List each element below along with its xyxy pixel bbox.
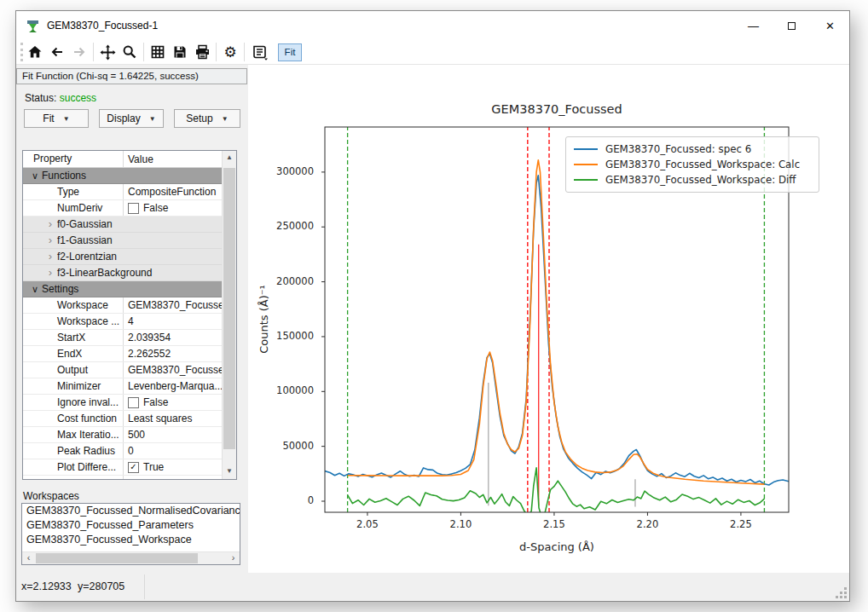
- forward-button[interactable]: [68, 42, 90, 62]
- save-icon: [172, 44, 188, 60]
- maximize-button[interactable]: [773, 11, 811, 40]
- status-label: Status:: [25, 92, 56, 104]
- property-value[interactable]: 4: [123, 314, 222, 329]
- printer-icon: [194, 44, 211, 60]
- customize-button[interactable]: ⚙: [219, 42, 241, 62]
- property-name: f2-Lorentzian: [23, 249, 222, 264]
- workspace-list-item[interactable]: GEM38370_Focussed_Workspace: [22, 533, 240, 547]
- checkbox-checked-icon[interactable]: ✓: [128, 462, 139, 473]
- scroll-left-icon[interactable]: ‹: [22, 552, 35, 564]
- property-row[interactable]: NumDerivFalse: [23, 200, 222, 217]
- property-value[interactable]: CompositeFunction: [123, 184, 222, 199]
- back-button[interactable]: [46, 42, 68, 62]
- save-button[interactable]: [169, 42, 191, 62]
- property-row[interactable]: Max Iteratio...500: [23, 427, 222, 443]
- property-name: StartX: [23, 330, 123, 345]
- scroll-right-icon[interactable]: ›: [227, 552, 240, 564]
- scrollbar-thumb[interactable]: [223, 168, 235, 449]
- pan-button[interactable]: [96, 42, 119, 62]
- maximize-icon: [788, 22, 796, 30]
- minimize-button[interactable]: —: [734, 11, 773, 40]
- property-value[interactable]: 0: [123, 443, 222, 459]
- workspace-list-item[interactable]: GEM38370_Focussed_Parameters: [22, 518, 240, 533]
- property-value[interactable]: ✓True: [123, 459, 222, 475]
- property-table-scrollbar[interactable]: ▲ ▼: [222, 151, 236, 479]
- statusbar-separator: [144, 574, 145, 599]
- property-name: Settings: [23, 281, 222, 297]
- grid-icon: [150, 44, 165, 60]
- plot-canvas[interactable]: GEM38370_Focussed Counts (Å)⁻¹ d-Spacing…: [248, 65, 849, 573]
- property-row[interactable]: Cost functionLeast squares: [23, 411, 222, 427]
- property-row[interactable]: Plot Differe...✓True: [23, 459, 222, 476]
- y-tick-label: 300000: [248, 165, 319, 177]
- window-title: GEM38370_Focussed-1: [47, 20, 158, 32]
- property-value[interactable]: False: [123, 395, 222, 410]
- series-line-0: [325, 176, 789, 485]
- property-row[interactable]: ›f1-Gaussian: [23, 233, 222, 249]
- property-row[interactable]: Ignore inval...False: [23, 395, 222, 411]
- property-row[interactable]: TypeCompositeFunction: [23, 184, 222, 200]
- generate-script-button[interactable]: [247, 42, 273, 62]
- fit-function-header[interactable]: Fit Function (Chi-sq = 1.64225, success): [16, 68, 247, 84]
- print-button[interactable]: [191, 42, 213, 62]
- property-row[interactable]: ›f3-LinearBackground: [23, 265, 222, 281]
- zoom-button[interactable]: [119, 42, 141, 62]
- property-row[interactable]: OutputGEM38370_Focussed: [23, 362, 222, 378]
- property-row[interactable]: StartX2.039354: [23, 330, 222, 346]
- property-value[interactable]: 500: [123, 427, 222, 442]
- property-row[interactable]: WorkspaceGEM38370_Focussed: [23, 297, 222, 314]
- workspaces-list[interactable]: GEM38370_Focussed_NormalisedCovarianceMa…: [21, 503, 240, 565]
- property-row[interactable]: ›f2-Lorentzian: [23, 249, 222, 265]
- display-menu-button[interactable]: Display ▼: [99, 109, 164, 128]
- property-value[interactable]: GEM38370_Focussed: [123, 297, 222, 313]
- scroll-down-icon[interactable]: ▼: [223, 465, 236, 479]
- property-value[interactable]: [123, 476, 222, 479]
- x-axis-label: d-Spacing (Å): [248, 540, 865, 553]
- property-name: NumDeriv: [23, 200, 123, 216]
- chevron-down-icon: ▼: [222, 115, 229, 123]
- checkbox-unchecked-icon[interactable]: [128, 397, 139, 408]
- fit-menu-button[interactable]: Fit ▼: [24, 109, 89, 128]
- property-table-body: Property Value ∨FunctionsTypeCompositeFu…: [23, 151, 222, 479]
- property-name: Output: [23, 362, 123, 378]
- property-value-text: Least squares: [128, 411, 192, 426]
- display-menu-label: Display: [107, 113, 140, 124]
- resize-grip[interactable]: [836, 587, 847, 598]
- plot-legend[interactable]: GEM38370_Focussed: spec 6GEM38370_Focuss…: [565, 136, 819, 193]
- property-value[interactable]: GEM38370_Focussed: [123, 362, 222, 378]
- property-name: f1-Gaussian: [23, 233, 222, 248]
- property-row[interactable]: Exclude Ra...: [23, 476, 222, 479]
- workspaces-hscrollbar[interactable]: ‹ ›: [22, 551, 240, 564]
- property-value[interactable]: 2.039354: [123, 330, 222, 345]
- setup-menu-button[interactable]: Setup ▼: [174, 109, 240, 128]
- legend-label: GEM38370_Focussed: spec 6: [605, 143, 751, 155]
- fit-toggle-button[interactable]: Fit: [278, 43, 302, 61]
- property-name: Peak Radius: [23, 443, 123, 459]
- title-bar[interactable]: GEM38370_Focussed-1 — ✕: [16, 11, 849, 40]
- grid-button[interactable]: [147, 42, 169, 62]
- property-value[interactable]: Least squares: [123, 411, 222, 426]
- property-row[interactable]: EndX2.262552: [23, 346, 222, 362]
- property-value[interactable]: False: [123, 200, 222, 216]
- plot-title: GEM38370_Focussed: [248, 102, 865, 116]
- series-line-2: [348, 468, 765, 517]
- property-row[interactable]: ∨Settings: [23, 281, 222, 297]
- scrollbar-thumb[interactable]: [36, 553, 198, 563]
- close-button[interactable]: ✕: [811, 11, 849, 40]
- property-row[interactable]: MinimizerLevenberg-Marqua...: [23, 378, 222, 395]
- chevron-down-icon: ▼: [63, 115, 70, 123]
- property-row[interactable]: ›f0-Gaussian: [23, 217, 222, 233]
- y-tick-label: 150000: [248, 330, 319, 342]
- property-name: Exclude Ra...: [23, 476, 123, 479]
- property-row[interactable]: Workspace ...4: [23, 314, 222, 330]
- property-name: Plot Differe...: [23, 459, 123, 475]
- property-row[interactable]: ∨Functions: [23, 168, 222, 184]
- scroll-up-icon[interactable]: ▲: [223, 151, 236, 165]
- checkbox-unchecked-icon[interactable]: [128, 203, 139, 214]
- property-value[interactable]: Levenberg-Marqua...: [123, 378, 222, 394]
- property-value[interactable]: 2.262552: [123, 346, 222, 361]
- workspace-list-item[interactable]: GEM38370_Focussed_NormalisedCovarianceMa: [22, 504, 240, 518]
- home-button[interactable]: [24, 42, 46, 62]
- property-row[interactable]: Peak Radius0: [23, 443, 222, 459]
- legend-label: GEM38370_Focussed_Workspace: Diff: [605, 174, 796, 186]
